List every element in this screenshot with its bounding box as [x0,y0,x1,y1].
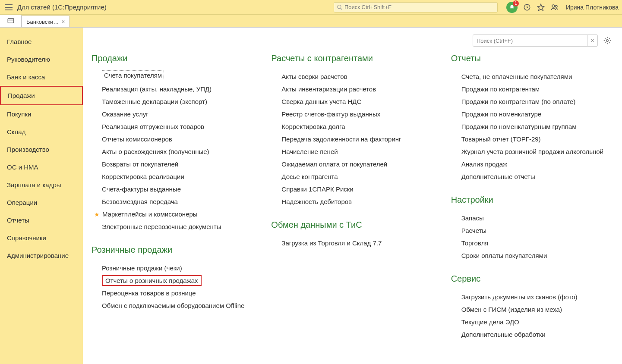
sidebar-item-warehouse[interactable]: Склад [0,123,83,141]
link-inventory-acts[interactable]: Акты инвентаризации расчетов [281,83,433,95]
link-returns[interactable]: Возвраты от покупателей [102,158,254,170]
link-trade[interactable]: Торговля [461,237,613,249]
sidebar-item-production[interactable]: Производство [0,141,83,158]
sidebar-item-manager[interactable]: Руководителю [0,50,83,68]
tab-label: Банковски… [26,19,59,25]
link-alcohol-journal[interactable]: Журнал учета розничной продажи алкогольн… [461,145,613,158]
menu-hamburger-icon[interactable] [3,2,14,13]
link-penalties[interactable]: Начисление пеней [281,145,433,158]
content-area: × Продажи Счета покупателям Реализация (… [83,28,622,364]
svg-point-4 [552,5,555,7]
sidebar-item-bank[interactable]: Банк и касса [0,68,83,86]
section-service-title: Сервис [451,274,613,284]
tab-close-icon[interactable]: × [61,18,65,25]
content-search[interactable]: × [473,35,598,47]
global-search-input[interactable] [344,4,495,10]
tab-home-icon[interactable] [0,15,22,27]
link-free-transfer[interactable]: Безвозмездная передача [102,195,254,208]
search-icon [337,4,343,10]
link-offline-exchange[interactable]: Обмен с подключаемым оборудованием Offli… [102,299,254,312]
section-reports-title: Отчеты [451,53,613,63]
link-invoices-issued[interactable]: Счета-фактуры выданные [102,183,254,195]
link-additional-processing[interactable]: Дополнительные обработки [461,328,613,341]
link-shipped-goods[interactable]: Реализация отгруженных товаров [102,120,254,133]
user-name[interactable]: Ирина Плотникова [566,4,619,11]
sidebar: Главное Руководителю Банк и касса Продаж… [0,28,83,364]
sidebar-item-reports[interactable]: Отчеты [0,211,83,229]
column-1: Продажи Счета покупателям Реализация (ак… [92,53,254,353]
notifications-icon[interactable]: 1 [506,2,518,13]
link-vat-check[interactable]: Сверка данных учета НДС [281,95,433,108]
link-retail-reports[interactable]: Отчеты о розничных продажах [102,275,202,286]
link-spark[interactable]: Справки 1СПАРК Риски [281,183,433,195]
svg-marker-3 [537,4,544,10]
sidebar-item-admin[interactable]: Администрирование [0,247,83,264]
settings-gear-icon[interactable] [601,35,613,47]
svg-point-5 [555,5,557,7]
link-debtor-reliability[interactable]: Надежность дебиторов [281,195,433,208]
svg-rect-6 [8,19,14,23]
link-sales-by-groups[interactable]: Продажи по номенклатурным группам [461,120,613,133]
link-gism[interactable]: Обмен с ГИСМ (изделия из меха) [461,303,613,316]
link-stocks[interactable]: Запасы [461,212,613,224]
tabs-bar: Банковски… × [0,15,622,28]
tab-active[interactable]: Банковски… × [22,16,69,27]
link-retail-checks[interactable]: Розничные продажи (чеки) [102,262,254,274]
link-edo[interactable]: Текущие дела ЭДО [461,316,613,328]
link-unpaid[interactable]: Счета, не оплаченные покупателями [461,70,613,83]
column-2: Расчеты с контрагентами Акты сверки расч… [271,53,433,353]
sidebar-item-assets[interactable]: ОС и НМА [0,158,83,176]
link-additional-reports[interactable]: Дополнительные отчеты [461,170,613,183]
link-sales-by-nomen[interactable]: Продажи по номенклатуре [461,108,613,120]
section-retail-title: Розничные продажи [92,245,254,255]
history-icon[interactable] [523,3,531,12]
section-tis-title: Обмен данными с ТиС [271,220,433,230]
sidebar-item-sales[interactable]: Продажи [0,86,83,105]
link-correction[interactable]: Корректировка реализации [102,170,254,183]
link-realization[interactable]: Реализация (акты, накладные, УПД) [102,83,254,95]
link-sales-analysis[interactable]: Анализ продаж [461,158,613,170]
svg-point-8 [606,40,609,42]
notification-badge: 1 [513,0,519,6]
link-revaluation[interactable]: Переоценка товаров в рознице [102,287,254,299]
svg-point-0 [338,5,341,8]
link-scan-docs[interactable]: Загрузить документы из сканов (фото) [461,291,613,303]
link-torg29[interactable]: Товарный отчет (ТОРГ-29) [461,133,613,145]
link-debt-correction[interactable]: Корректировка долга [281,120,433,133]
sidebar-item-operations[interactable]: Операции [0,194,83,211]
link-commissioner-reports[interactable]: Отчеты комиссионеров [102,133,254,145]
link-invoice-registry[interactable]: Реестр счетов-фактур выданных [281,108,433,120]
link-expected-payment[interactable]: Ожидаемая оплата от покупателей [281,158,433,170]
users-icon[interactable] [550,3,559,12]
column-3: Отчеты Счета, не оплаченные покупателями… [451,53,613,353]
section-settings-title: Настройки [451,195,613,205]
content-search-clear-icon[interactable]: × [587,35,597,46]
link-marketplaces[interactable]: ★Маркетплейсы и комиссионеры [102,208,254,220]
link-reconciliation[interactable]: Акты сверки расчетов [281,70,433,83]
link-dossier[interactable]: Досье контрагента [281,170,433,183]
svg-line-1 [341,8,342,9]
section-counterparty-title: Расчеты с контрагентами [271,53,433,63]
star-icon: ★ [94,211,100,218]
link-invoices[interactable]: Счета покупателям [102,70,164,80]
link-payment-terms[interactable]: Сроки оплаты покупателями [461,249,613,262]
link-customs[interactable]: Таможенные декларации (экспорт) [102,95,254,108]
link-services[interactable]: Оказание услуг [102,108,254,120]
sidebar-item-purchases[interactable]: Покупки [0,105,83,123]
link-settlements[interactable]: Расчеты [461,224,613,237]
link-sales-by-cp-paid[interactable]: Продажи по контрагентам (по оплате) [461,95,613,108]
sidebar-item-hr[interactable]: Зарплата и кадры [0,176,83,194]
content-search-input[interactable] [473,38,587,44]
star-icon[interactable] [537,3,545,12]
app-title: Для статей (1С:Предприятие) [17,3,107,11]
global-search[interactable] [334,2,498,13]
link-tis-load[interactable]: Загрузка из Торговля и Склад 7.7 [281,237,433,249]
link-edocs[interactable]: Электронные перевозочные документы [102,220,254,233]
link-factoring[interactable]: Передача задолженности на факторинг [281,133,433,145]
sidebar-item-directories[interactable]: Справочники [0,229,83,247]
sidebar-item-main[interactable]: Главное [0,33,83,50]
section-sales-title: Продажи [92,53,254,63]
link-discrepancy-acts[interactable]: Акты о расхождениях (полученные) [102,145,254,158]
link-sales-by-cp[interactable]: Продажи по контрагентам [461,83,613,95]
titlebar: Для статей (1С:Предприятие) 1 Ирина Плот… [0,0,622,15]
